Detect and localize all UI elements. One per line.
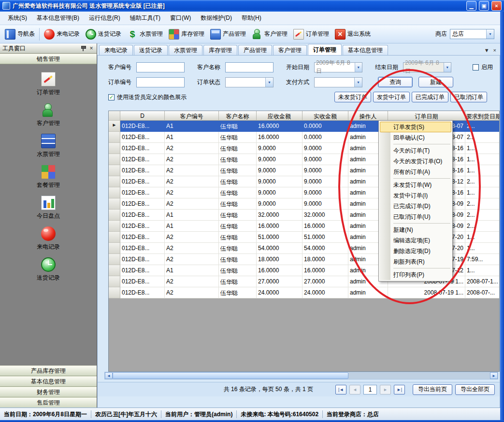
page-number-input[interactable]	[363, 385, 377, 394]
context-menu-item[interactable]: 未发货订单(W)	[380, 180, 451, 190]
sidebar-item[interactable]: 送货记录	[37, 257, 60, 282]
context-menu-item[interactable]: 回单确认(C)	[380, 132, 451, 143]
sidebar-item[interactable]: 订单管理	[37, 72, 60, 97]
context-menu-item[interactable]: 已完成订单(D)	[380, 201, 451, 211]
scroll-left-icon[interactable]: ◄	[105, 372, 113, 379]
customer-no-input[interactable]	[136, 62, 185, 72]
status-filter-button[interactable]: 已完成订单	[412, 92, 448, 102]
menubar-item[interactable]: 系统(S)	[3, 12, 32, 24]
sidebar-section-header[interactable]: 财务管理	[0, 387, 97, 397]
tab[interactable]: 来电记录	[99, 45, 133, 55]
context-menu-item[interactable]: 所有的订单(A)	[380, 167, 451, 177]
table-row[interactable]: 012D-E8...A2伍华聪24.000024.0000admin2008-0…	[109, 287, 499, 298]
scrollbar-track[interactable]	[348, 372, 490, 379]
new-button[interactable]: 新建	[418, 77, 453, 87]
tab[interactable]: 库存管理	[203, 45, 237, 55]
tab[interactable]: 客户管理	[273, 45, 307, 55]
store-combobox[interactable]: 总店	[450, 29, 494, 39]
scrollbar-thumb[interactable]	[113, 372, 348, 379]
context-menu-item[interactable]: 打印列表(P)	[380, 269, 451, 280]
first-page-button[interactable]: |◄	[335, 385, 346, 394]
export-all-pages-button[interactable]: 导出全部页	[455, 384, 495, 395]
pin-icon[interactable]	[81, 46, 86, 51]
table-cell: 012D-E8...	[120, 254, 165, 265]
sidebar-item[interactable]: 今日盘点	[37, 196, 60, 220]
sidebar-item[interactable]: 客户管理	[37, 103, 60, 127]
chevron-down-icon[interactable]	[444, 63, 451, 72]
tab-close-icon[interactable]: ×	[493, 47, 496, 53]
toolbar-button[interactable]: 来电记录	[41, 27, 83, 42]
toolbar-button[interactable]: 库存管理	[166, 27, 207, 42]
status-filter-button[interactable]: 发货中订单	[373, 92, 410, 102]
menubar-item[interactable]: 运行信息(R)	[84, 12, 125, 24]
sidebar-section-sales[interactable]: 销售管理	[0, 54, 97, 64]
sidebar-section-header[interactable]: 产品库存管理	[0, 366, 97, 376]
customer-name-input[interactable]	[225, 62, 274, 72]
prev-page-button[interactable]: ◄	[349, 385, 360, 394]
chevron-down-icon[interactable]	[265, 78, 273, 87]
context-menu-item[interactable]: 编辑选定项(E)	[380, 235, 451, 246]
pay-method-select[interactable]	[314, 77, 362, 87]
order-status-select[interactable]	[225, 77, 274, 87]
scroll-right-icon[interactable]: ►	[490, 372, 498, 379]
menubar-item[interactable]: 数据维护(D)	[196, 12, 237, 24]
menubar-item[interactable]: 窗口(W)	[165, 12, 196, 24]
start-date-picker[interactable]: 2009年 6月 8日	[314, 62, 362, 72]
menubar-item[interactable]: 辅助工具(T)	[125, 12, 165, 24]
sidebar-item[interactable]: 水票管理	[37, 134, 60, 158]
end-date-picker[interactable]: 2009年 6月 8日	[403, 62, 451, 72]
tab-list-icon[interactable]: ▼	[484, 47, 490, 53]
column-header[interactable]: 应收金额	[257, 111, 302, 121]
toolbar-button[interactable]: 退出系统	[332, 27, 374, 42]
sidebar-item[interactable]: 来电记录	[37, 226, 60, 251]
context-menu-item[interactable]: 新建(N)	[380, 225, 451, 235]
close-icon[interactable]	[88, 45, 94, 51]
last-page-button[interactable]: ►|	[394, 385, 405, 394]
chevron-down-icon[interactable]	[355, 63, 362, 72]
column-header[interactable]: 实收金额	[302, 111, 348, 121]
tab[interactable]: 水票管理	[169, 45, 202, 55]
color-option-checkbox[interactable]	[108, 94, 115, 100]
toolbar-button[interactable]: 送货记录	[83, 27, 124, 42]
column-header[interactable]: 客户编号	[165, 111, 219, 121]
status-filter-button[interactable]: 未发货订单	[334, 92, 371, 102]
context-menu-item[interactable]: 删除选定项(D)	[380, 246, 451, 256]
toolbar-button[interactable]: 订单管理	[290, 27, 332, 42]
chevron-down-icon[interactable]	[486, 29, 494, 39]
restore-button[interactable]: ▣	[479, 1, 489, 11]
close-button[interactable]: ×	[491, 1, 502, 11]
column-header[interactable]: 订单日期	[388, 111, 465, 121]
chevron-down-icon[interactable]	[354, 78, 362, 87]
query-button[interactable]: 查询	[378, 77, 413, 87]
context-menu-item[interactable]: 刷新列表(R)	[380, 256, 451, 267]
context-menu-item[interactable]: 发货中订单(I)	[380, 190, 451, 201]
context-menu-item[interactable]: 今天的发货订单(O)	[380, 156, 451, 167]
sidebar-section-header[interactable]: 售后管理	[0, 397, 97, 408]
toolbar-button[interactable]: 产品管理	[207, 27, 249, 42]
context-menu-item[interactable]: 已取消订单(U)	[380, 211, 451, 222]
sidebar-item[interactable]: 套餐管理	[37, 165, 60, 189]
column-header[interactable]: D	[120, 111, 165, 121]
order-no-input[interactable]	[136, 77, 185, 87]
export-current-page-button[interactable]: 导出当前页	[413, 384, 452, 395]
sidebar-section-header[interactable]: 基本信息管理	[0, 376, 97, 387]
menubar-item[interactable]: 基本信息管理(B)	[32, 12, 84, 24]
next-page-button[interactable]: ►	[380, 385, 391, 394]
tab[interactable]: 送货记录	[134, 45, 168, 55]
minimize-button[interactable]: ▁	[466, 1, 476, 11]
horizontal-scrollbar[interactable]: ◄ ►	[104, 372, 498, 380]
column-header[interactable]: 要求到货日期	[465, 111, 500, 121]
status-filter-button[interactable]: 已取消订单	[450, 92, 487, 102]
toolbar-button[interactable]: 水票管理	[124, 27, 166, 42]
tab[interactable]: 产品管理	[238, 45, 272, 55]
enable-checkbox[interactable]	[473, 64, 479, 70]
tab[interactable]: 基本信息管理	[343, 45, 388, 55]
context-menu-item[interactable]: 订单发货(S)	[380, 122, 451, 132]
menubar-item[interactable]: 帮助(H)	[237, 12, 266, 24]
toolbar-button[interactable]: 导航条	[2, 27, 38, 42]
tab[interactable]: 订单管理	[308, 44, 342, 55]
column-header[interactable]: 客户名称	[219, 111, 257, 121]
toolbar-button[interactable]: 客户管理	[249, 27, 290, 42]
column-header[interactable]: 操作人	[348, 111, 388, 121]
context-menu-item[interactable]: 今天的订单(T)	[380, 145, 451, 156]
